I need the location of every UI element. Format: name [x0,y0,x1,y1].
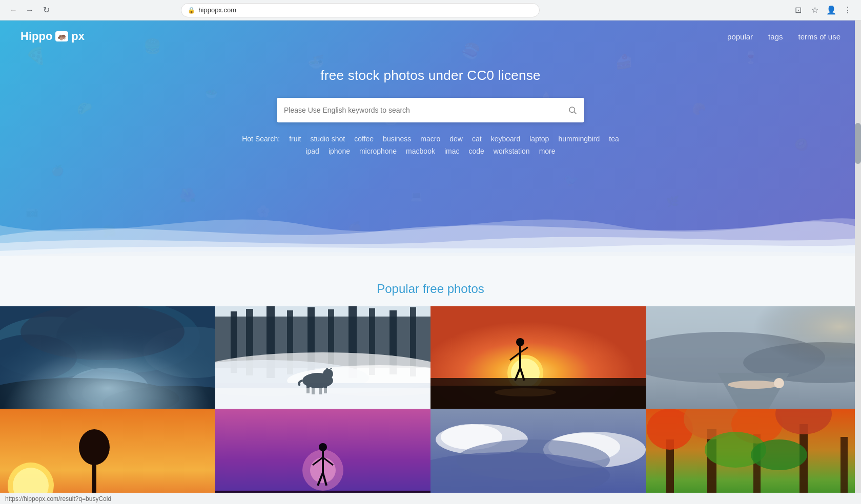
hot-search: Hot Search: fruit studio shot coffee bus… [10,135,851,155]
main-content: Popular free photos [0,256,861,504]
logo-text-pre: Hippo [20,30,52,43]
url-text: hippopx.com [198,6,236,14]
svg-rect-59 [430,306,646,409]
tag-iphone[interactable]: iphone [329,147,350,155]
svg-point-61 [511,359,540,387]
nav-links: popular tags terms of use [727,32,840,41]
tag-coffee[interactable]: coffee [354,135,374,143]
hero-content: free stock photos under CC0 license Hot … [0,52,861,196]
photo-item-6[interactable] [215,409,430,504]
photo-item-5[interactable] [0,409,215,504]
svg-point-112 [751,439,807,470]
tag-cat[interactable]: cat [472,135,482,143]
logo[interactable]: Hippo 🦛 px [20,30,85,43]
nav-popular[interactable]: popular [727,32,753,41]
svg-point-64 [516,338,524,346]
menu-button[interactable]: ⋮ [840,3,855,17]
profile-button[interactable]: 👤 [824,3,838,17]
wave-divider [0,195,861,256]
reload-button[interactable]: ↻ [39,3,53,17]
hot-search-row-1: Hot Search: fruit studio shot coffee bus… [242,135,619,143]
svg-line-22 [574,112,576,114]
hero-section: 🍕 🌮 🍔 🥗 🍜 ☕ 🍣 🍦 🍰 🥐 🍎 🌺 🍷 🥝 📷 🌸 💻 🐦 🌿 [0,20,861,256]
tag-dew[interactable]: dew [449,135,463,143]
navbar: Hippo 🦛 px popular tags terms of use [0,20,861,52]
svg-point-86 [319,443,327,451]
photo-grid-row2 [0,409,861,504]
logo-text-post: px [71,30,85,43]
photo-item-7[interactable] [430,409,646,504]
search-input[interactable] [284,106,568,114]
popular-section-title: Popular free photos [0,266,861,306]
svg-point-51 [323,369,333,379]
nav-terms[interactable]: terms of use [798,32,840,41]
tag-macro[interactable]: macro [420,135,440,143]
tag-macbook[interactable]: macbook [406,147,435,155]
tag-keyboard[interactable]: keyboard [491,135,521,143]
tag-microphone[interactable]: microphone [359,147,397,155]
status-bar: https://hippopx.com/result?q=busyCold [0,493,861,504]
photo-item-3[interactable] [430,306,646,409]
scrollbar[interactable] [855,20,861,504]
tag-laptop[interactable]: laptop [529,135,549,143]
tag-tea[interactable]: tea [609,135,619,143]
search-button[interactable] [568,106,577,115]
svg-point-31 [0,378,179,409]
svg-rect-62 [430,386,646,409]
svg-point-30 [82,381,133,406]
tag-code[interactable]: code [468,147,484,155]
search-bar[interactable] [277,98,584,122]
svg-rect-33 [0,306,215,409]
browser-chrome: ← → ↻ 🔒 hippopx.com ⊡ ☆ 👤 ⋮ [0,0,861,20]
logo-hippo-icon: 🦛 [55,31,68,41]
tag-more[interactable]: more [539,147,556,155]
svg-point-21 [569,107,575,113]
svg-rect-58 [215,388,430,409]
tag-business[interactable]: business [383,135,411,143]
tag-ipad[interactable]: ipad [305,147,319,155]
photo-grid-row1 [0,306,861,409]
forward-button[interactable]: → [23,3,37,17]
svg-point-63 [495,388,556,396]
tag-imac[interactable]: imac [444,147,460,155]
back-button[interactable]: ← [6,3,20,17]
scrollbar-thumb[interactable] [855,123,861,164]
svg-rect-76 [646,306,861,409]
hero-title: free stock photos under CC0 license [10,68,851,83]
hot-search-row-2: ipad iphone microphone macbook imac code… [305,147,555,155]
svg-point-29 [67,368,149,409]
browser-nav-buttons: ← → ↻ [6,3,53,17]
page: 🍕 🌮 🍔 🥗 🍜 ☕ 🍣 🍦 🍰 🥐 🍎 🌺 🍷 🥝 📷 🌸 💻 🐦 🌿 [0,20,861,504]
photo-item-4[interactable] [646,306,861,409]
browser-actions: ⊡ ☆ 👤 ⋮ [791,3,855,17]
screenshot-button[interactable]: ⊡ [791,3,806,17]
photo-item-1[interactable] [0,306,215,409]
svg-point-32 [102,386,215,409]
svg-point-81 [79,429,110,465]
photo-item-2[interactable] [215,306,430,409]
nav-tags[interactable]: tags [768,32,783,41]
bookmark-button[interactable]: ☆ [808,3,822,17]
tag-workstation[interactable]: workstation [494,147,530,155]
address-bar[interactable]: 🔒 hippopx.com [181,3,540,17]
tag-fruit[interactable]: fruit [289,135,301,143]
tag-studio-shot[interactable]: studio shot [310,135,345,143]
hot-search-label: Hot Search: [242,135,280,143]
photo-item-8[interactable] [646,409,861,504]
lock-icon: 🔒 [188,7,195,14]
status-url: https://hippopx.com/result?q=busyCold [5,495,111,502]
tag-hummingbird[interactable]: hummingbird [558,135,600,143]
